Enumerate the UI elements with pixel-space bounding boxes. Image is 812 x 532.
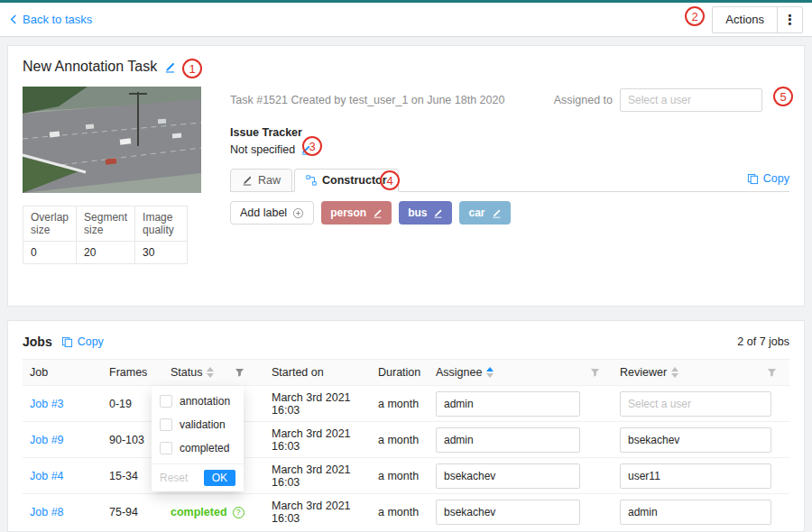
started-cell: March 3rd 2021 16:03: [264, 463, 371, 489]
label-chip-person[interactable]: person: [321, 201, 392, 225]
completed-checkbox[interactable]: [160, 442, 172, 454]
duration-cell: a month: [371, 470, 429, 482]
status-cell: completed: [163, 506, 264, 518]
job-link[interactable]: Job #9: [30, 434, 64, 446]
filter-option-label: validation: [180, 418, 226, 431]
started-cell: March 3rd 2021 16:03: [264, 391, 371, 417]
labels-tabs-bar: Raw Constructor Copy: [230, 169, 789, 192]
labels-editor: Raw Constructor Copy: [230, 169, 789, 225]
copy-jobs-link[interactable]: Copy: [61, 335, 104, 348]
duration-cell: a month: [371, 506, 429, 518]
column-reviewer[interactable]: Reviewer: [613, 360, 789, 385]
column-job[interactable]: Job: [23, 360, 102, 385]
reviewer-sort-icon[interactable]: [671, 367, 678, 378]
actions-label: Actions: [713, 7, 777, 32]
jobs-header: Jobs Copy 2 of 7 jobs: [23, 332, 789, 352]
validation-checkbox[interactable]: [160, 418, 172, 431]
jobs-table-header: Job Frames Status Started on Duration As…: [23, 359, 789, 386]
assignee-input[interactable]: [436, 463, 580, 489]
reviewer-input[interactable]: [620, 500, 771, 525]
task-assignee-input[interactable]: [620, 88, 762, 112]
param-header-segment: Segment size: [77, 206, 135, 242]
jobs-table: Job Frames Status Started on Duration As…: [23, 359, 789, 530]
task-title: New Annotation Task: [23, 59, 157, 75]
reviewer-input[interactable]: [620, 391, 771, 417]
param-header-quality: Image quality: [135, 206, 188, 242]
reviewer-filter-icon[interactable]: [767, 368, 777, 378]
filter-reset-button[interactable]: Reset: [160, 472, 188, 484]
filter-ok-button[interactable]: OK: [204, 470, 235, 486]
edit-title-icon[interactable]: [164, 61, 176, 73]
more-menu-icon[interactable]: [777, 7, 802, 32]
assignee-input[interactable]: [436, 427, 580, 453]
task-details-card: New Annotation Task: [7, 45, 805, 307]
job-link[interactable]: Job #3: [30, 398, 64, 410]
label-chip-person-name: person: [330, 206, 366, 219]
param-header-overlap: Overlap size: [23, 206, 77, 242]
jobs-title: Jobs: [23, 335, 52, 349]
tab-raw[interactable]: Raw: [230, 169, 292, 192]
callout-2: 2: [685, 6, 705, 26]
task-right-column: Task #1521 Created by test_user_1 on Jun…: [201, 87, 789, 264]
task-parameters-table: Overlap size Segment size Image quality …: [23, 206, 188, 264]
add-label-button[interactable]: Add label: [230, 201, 314, 225]
label-chip-car[interactable]: car: [459, 201, 510, 225]
assignee-sort-icon[interactable]: [486, 367, 494, 378]
jobs-count: 2 of 7 jobs: [737, 335, 789, 348]
assignee-filter-icon[interactable]: [590, 368, 600, 378]
column-started-on[interactable]: Started on: [264, 360, 371, 385]
column-status[interactable]: Status: [163, 360, 264, 385]
question-circle-icon[interactable]: [233, 507, 245, 518]
copy-labels-link[interactable]: Copy: [747, 172, 789, 191]
edit-label-icon[interactable]: [492, 208, 502, 218]
filter-option-label: completed: [180, 442, 229, 454]
task-page: Back to tasks Actions New Annotation Tas…: [0, 0, 812, 532]
label-chip-bus[interactable]: bus: [399, 201, 452, 225]
param-value-overlap: 0: [23, 242, 77, 264]
assignee-input[interactable]: [436, 391, 580, 417]
back-to-tasks-label: Back to tasks: [23, 13, 92, 26]
filter-option-completed[interactable]: completed: [152, 436, 244, 460]
table-row: Job #4 15-34 March 3rd 2021 16:03 a mont…: [23, 458, 789, 494]
callout-1: 1: [182, 59, 202, 78]
table-row: Job #9 90-103 March 3rd 2021 16:03 a mon…: [23, 422, 789, 458]
column-frames[interactable]: Frames: [102, 360, 163, 385]
edit-label-icon[interactable]: [433, 208, 443, 218]
back-to-tasks-link[interactable]: Back to tasks: [9, 13, 92, 26]
add-label-button-label: Add label: [240, 206, 287, 219]
column-assignee[interactable]: Assignee: [429, 360, 613, 385]
actions-group: Actions: [712, 6, 803, 33]
column-duration[interactable]: Duration: [371, 360, 429, 385]
reviewer-input[interactable]: [620, 463, 771, 489]
annotation-checkbox[interactable]: [160, 395, 172, 408]
tab-constructor-label: Constructor: [322, 174, 387, 187]
pencil-icon: [242, 175, 253, 186]
task-preview-image: [23, 87, 201, 193]
actions-button[interactable]: Actions: [712, 6, 803, 33]
callout-3: 3: [302, 136, 322, 156]
callout-4: 4: [380, 170, 400, 190]
job-link[interactable]: Job #4: [30, 470, 64, 482]
filter-option-validation[interactable]: validation: [152, 413, 244, 436]
assigned-to-label: Assigned to: [554, 94, 613, 106]
reviewer-input[interactable]: [620, 427, 771, 453]
duration-cell: a month: [371, 398, 429, 410]
copy-jobs-label: Copy: [78, 335, 104, 348]
task-meta-text: Task #1521 Created by test_user_1 on Jun…: [230, 94, 504, 106]
filter-option-annotation[interactable]: annotation: [152, 390, 244, 413]
status-sort-icon[interactable]: [207, 367, 214, 378]
copy-icon: [747, 173, 759, 185]
edit-label-icon[interactable]: [373, 208, 383, 218]
status-filter-icon[interactable]: [235, 368, 245, 378]
job-link[interactable]: Job #8: [30, 506, 64, 518]
assignee-input[interactable]: [436, 500, 580, 525]
filter-footer: Reset OK: [152, 463, 244, 491]
frames-cell: 75-94: [102, 506, 163, 518]
callout-5: 5: [773, 87, 793, 106]
status-filter-dropdown: annotation validation completed Reset OK: [152, 386, 244, 491]
task-meta-row: Task #1521 Created by test_user_1 on Jun…: [230, 88, 789, 112]
task-title-row: New Annotation Task: [23, 59, 789, 75]
task-left-column: Overlap size Segment size Image quality …: [23, 87, 201, 264]
duration-cell: a month: [371, 434, 429, 446]
copy-icon: [61, 336, 73, 348]
